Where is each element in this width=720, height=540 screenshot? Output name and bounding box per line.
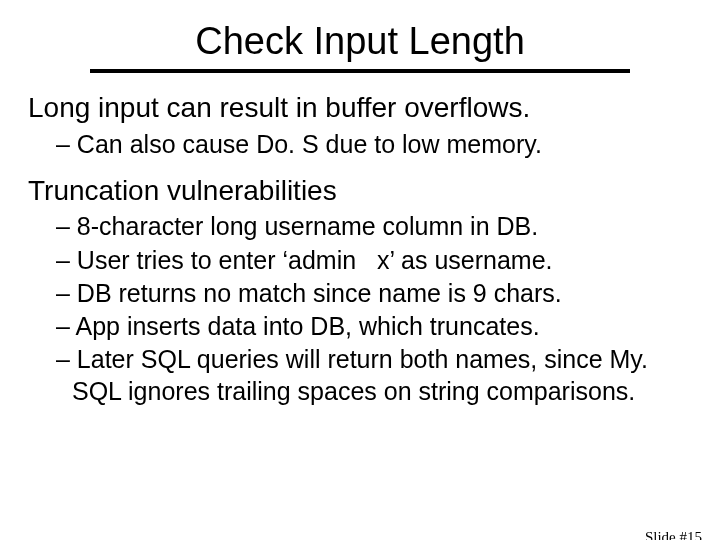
slide-body: Long input can result in buffer overflow… [0, 91, 720, 407]
bullet-sub: Can also cause Do. S due to low memory. [56, 129, 696, 160]
bullet-sub: Later SQL queries will return both names… [56, 344, 696, 407]
bullet-lead: Truncation vulnerabilities [28, 174, 696, 208]
bullet-sub: DB returns no match since name is 9 char… [56, 278, 696, 309]
bullet-sub: App inserts data into DB, which truncate… [56, 311, 696, 342]
bullet-sub: 8-character long username column in DB. [56, 211, 696, 242]
slide-title: Check Input Length [0, 20, 720, 63]
bullet-lead: Long input can result in buffer overflow… [28, 91, 696, 125]
title-underline [90, 69, 630, 73]
slide: Check Input Length Long input can result… [0, 20, 720, 540]
bullet-sub: User tries to enter ‘admin x’ as usernam… [56, 245, 696, 276]
slide-number: Slide #15 [645, 529, 702, 540]
